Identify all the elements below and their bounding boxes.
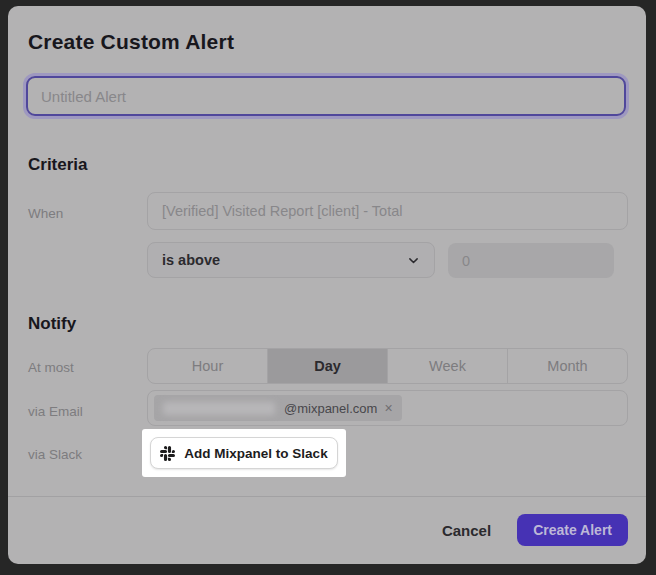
event-input[interactable] (147, 192, 628, 230)
via-slack-label: via Slack (28, 447, 82, 462)
create-custom-alert-dialog: Create Custom Alert Criteria When is abo… (8, 6, 646, 564)
threshold-input[interactable] (448, 243, 614, 278)
add-mixpanel-to-slack-button[interactable]: Add Mixpanel to Slack (150, 437, 338, 469)
email-chip: @mixpanel.com × (154, 395, 402, 421)
email-recipients-input[interactable]: @mixpanel.com × (147, 390, 628, 426)
frequency-option-month[interactable]: Month (507, 349, 627, 383)
redacted-email-username (163, 402, 275, 415)
email-domain-text: @mixpanel.com (284, 401, 377, 416)
alert-name-input[interactable] (26, 76, 626, 116)
when-label: When (28, 206, 63, 221)
frequency-option-day[interactable]: Day (267, 349, 387, 383)
notify-heading: Notify (28, 314, 76, 334)
chevron-down-icon (407, 254, 420, 267)
dialog-title: Create Custom Alert (28, 30, 234, 54)
frequency-segmented-control: Hour Day Week Month (147, 348, 628, 384)
remove-email-icon[interactable]: × (384, 401, 392, 415)
footer-actions: Cancel Create Alert (442, 514, 628, 546)
frequency-option-hour[interactable]: Hour (148, 349, 267, 383)
at-most-label: At most (28, 360, 74, 375)
spotlight-highlight: Add Mixpanel to Slack (142, 429, 346, 477)
slack-icon (160, 446, 175, 461)
cancel-button[interactable]: Cancel (442, 522, 491, 539)
footer-divider (8, 496, 646, 497)
operator-select[interactable]: is above (147, 242, 435, 278)
criteria-heading: Criteria (28, 155, 88, 175)
via-email-label: via Email (28, 404, 83, 419)
operator-value: is above (162, 252, 220, 268)
create-alert-button[interactable]: Create Alert (517, 514, 628, 546)
slack-button-label: Add Mixpanel to Slack (184, 446, 327, 461)
frequency-option-week[interactable]: Week (387, 349, 507, 383)
